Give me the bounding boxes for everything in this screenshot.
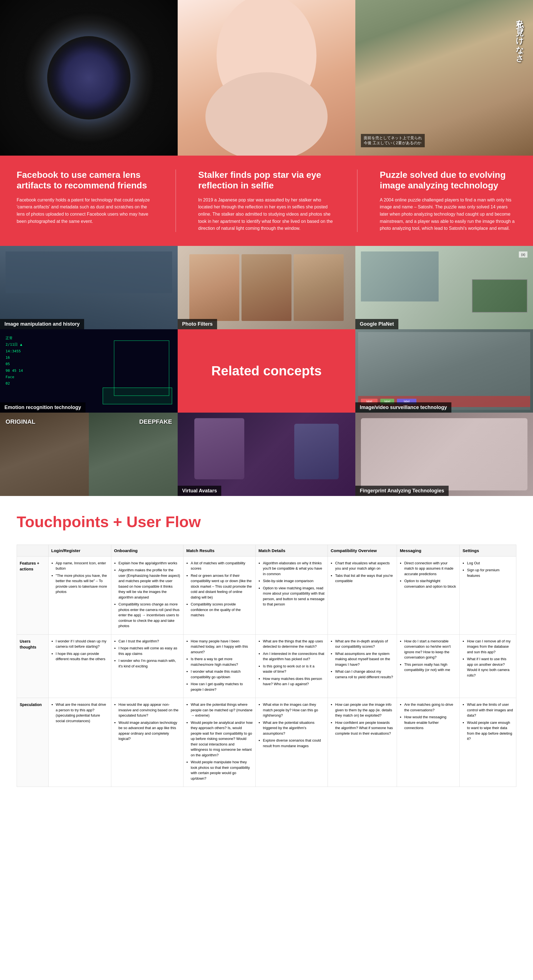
row-users-thoughts: Users thoughts I wonder if I should clea… — [17, 634, 516, 698]
th-match-results: Match Results — [183, 545, 255, 556]
touchpoints-section: Touchpoints + User Flow Login/Register O… — [0, 496, 533, 810]
touchpoints-title: Touchpoints + User Flow — [17, 513, 516, 531]
hero-image-camera — [0, 0, 178, 156]
card-deepfake[interactable]: ORIGINAL DEEPFAKE — [0, 413, 178, 496]
thoughts-onboarding: Can I trust the algorithm? I hope matche… — [111, 634, 183, 698]
card-google-planet[interactable]: (a) Google PlaNet — [355, 246, 533, 329]
row-features: Features +actions App name, Innocent Ico… — [17, 556, 516, 634]
row-speculation: Speculation What are the reasons that dr… — [17, 698, 516, 787]
red-col-2: Stalker finds pop star via eye reflectio… — [198, 170, 335, 232]
red-col-3: Puzzle solved due to evolving image anal… — [380, 170, 516, 232]
th-match-details: Match Details — [256, 545, 328, 556]
thoughts-compatibility: What are the in-depth analysis of our co… — [328, 634, 397, 698]
red-divider-1 — [175, 170, 176, 232]
row-header-speculation: Speculation — [17, 698, 49, 787]
thoughts-match-results: How many people have I been matched toda… — [183, 634, 255, 698]
features-match-details: Algorithm elaborates on why it thinks yo… — [256, 556, 328, 634]
row-header-features: Features +actions — [17, 556, 49, 634]
row-header-users-thoughts: Users thoughts — [17, 634, 49, 698]
th-compatibility: Compatibility Overview — [328, 545, 397, 556]
red-col-3-body: A 2004 online puzzle challenged players … — [380, 196, 516, 232]
concepts-grid: Image manipulation and history Photo Fil… — [0, 246, 533, 496]
red-col-1-body: Facebook currently holds a patent for te… — [17, 196, 153, 225]
card-virtual-avatars[interactable]: Virtual Avatars — [178, 413, 355, 496]
speculation-onboarding: How would the app appear non-invasive an… — [111, 698, 183, 787]
red-col-1-title: Facebook to use camera lens artifacts to… — [17, 170, 153, 191]
speculation-login: What are the reasons that drive a person… — [48, 698, 111, 787]
features-match-results: A list of matches with compatibility sco… — [183, 556, 255, 634]
card-image-surveillance[interactable]: label label label Image/video surveillan… — [355, 329, 533, 413]
features-compatibility: Chart that visualizes what aspects you a… — [328, 556, 397, 634]
red-col-2-body: In 2019 a Japanese pop star was assaulte… — [198, 196, 335, 232]
th-login: Login/Register — [48, 545, 111, 556]
th-messaging: Messaging — [397, 545, 460, 556]
red-info-section: Facebook to use camera lens artifacts to… — [0, 156, 533, 246]
thoughts-settings: How can I remove all of my images from t… — [460, 634, 516, 698]
card-photo-filters[interactable]: Photo Filters — [178, 246, 355, 329]
red-col-2-title: Stalker finds pop star via eye reflectio… — [198, 170, 335, 191]
thoughts-messaging: How do I start a memorable conversation … — [397, 634, 460, 698]
card-virtual-avatars-label: Virtual Avatars — [178, 486, 221, 496]
features-messaging: Direct connection with your match to app… — [397, 556, 460, 634]
card-emotion-recognition-label: Emotion recognition technology — [0, 402, 86, 413]
card-image-manipulation[interactable]: Image manipulation and history — [0, 246, 178, 329]
th-settings: Settings — [460, 545, 516, 556]
features-login: App name, Innocent Icon, enter button "T… — [48, 556, 111, 634]
hero-images-section: 私を見つけなさ 面前を売としてネット上で見られ今後 工エしていく2要があるのか — [0, 0, 533, 156]
th-empty — [17, 545, 49, 556]
flow-table: Login/Register Onboarding Match Results … — [17, 545, 516, 787]
thoughts-match-details: What are the things that the app uses de… — [256, 634, 328, 698]
japanese-text: 私を見つけなさ — [514, 14, 525, 58]
th-onboarding: Onboarding — [111, 545, 183, 556]
card-google-planet-label: Google PlaNet — [355, 319, 398, 329]
card-photo-filters-label: Photo Filters — [178, 319, 217, 329]
features-settings: Log Out Sign up for premium features — [460, 556, 516, 634]
hero-image-woman — [178, 0, 355, 156]
hero-image-asian-man: 私を見つけなさ 面前を売としてネット上で見られ今後 工エしていく2要があるのか — [355, 0, 533, 156]
card-related-concepts-center: Related concepts — [178, 329, 355, 413]
speculation-settings: What are the limits of user control with… — [460, 698, 516, 787]
speculation-messaging: Are the matches going to drive the conve… — [397, 698, 460, 787]
card-fingerprint[interactable]: Fingerprint Analyzing Technologies — [355, 413, 533, 496]
red-col-1: Facebook to use camera lens artifacts to… — [17, 170, 153, 232]
card-fingerprint-label: Fingerprint Analyzing Technologies — [355, 486, 449, 496]
speculation-compatibility: How can people use the image info given … — [328, 698, 397, 787]
card-emotion-recognition[interactable]: 正常2/11日 ▲14:3455160598 45 14Face02 Emoti… — [0, 329, 178, 413]
speculation-match-details: What else in the images can they match p… — [256, 698, 328, 787]
card-image-manipulation-label: Image manipulation and history — [0, 319, 84, 329]
red-col-3-title: Puzzle solved due to evolving image anal… — [380, 170, 516, 191]
red-divider-2 — [357, 170, 358, 232]
card-image-surveillance-label: Image/video surveillance technology — [355, 402, 451, 413]
related-concepts-label: Related concepts — [178, 329, 355, 413]
lens-inner — [47, 36, 130, 119]
features-onboarding: Explain how the app/algorithm works Algo… — [111, 556, 183, 634]
speculation-match-results: What are the potential things where peop… — [183, 698, 255, 787]
thoughts-login: I wonder if I should clean up my camera … — [48, 634, 111, 698]
